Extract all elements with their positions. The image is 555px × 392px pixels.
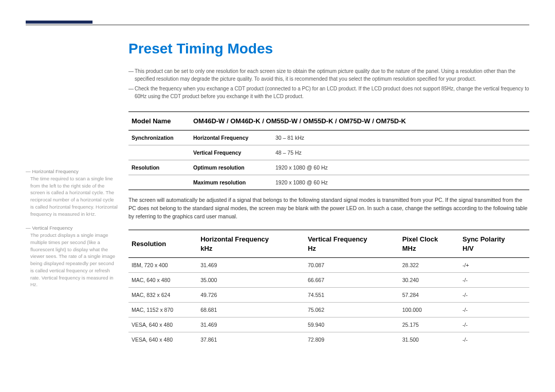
res-label: Resolution xyxy=(128,160,190,175)
table-cell: -/- xyxy=(459,318,529,332)
table-cell: 59.940 xyxy=(305,318,399,332)
table-cell: 30.240 xyxy=(399,273,459,288)
table-cell: 31.500 xyxy=(399,332,459,347)
th-resolution: Resolution xyxy=(128,230,197,258)
spec-header-row: Model Name OM46D-W / OM46D-K / OM55D-W /… xyxy=(128,112,529,130)
th-pclk: Pixel ClockMHz xyxy=(399,230,459,258)
table-cell: 72.809 xyxy=(305,332,399,347)
main-content: Preset Timing Modes ― This product can b… xyxy=(128,41,529,347)
dash-icon: ― xyxy=(128,67,135,83)
sidebar-hf-title: Horizontal Frequency xyxy=(32,169,79,174)
sidebar-vf-title: Vertical Frequency xyxy=(32,225,73,231)
optres-label: Optimum resolution xyxy=(190,160,272,175)
table-cell: -/- xyxy=(459,273,529,288)
sidebar-vf-note: ―Vertical Frequency The product displays… xyxy=(26,225,118,288)
table-row: MAC, 1152 x 87068.68175.062100.000-/- xyxy=(128,303,529,318)
maxres-value: 1920 x 1080 @ 60 Hz xyxy=(272,175,529,190)
hfreq-value: 30 – 81 kHz xyxy=(272,130,529,145)
table-cell: MAC, 832 x 624 xyxy=(128,288,197,303)
sidebar-hf-note: ―Horizontal Frequency The time required … xyxy=(26,168,118,217)
dash-icon: ― xyxy=(26,225,31,231)
vfreq-value: 48 – 75 Hz xyxy=(272,145,529,160)
sync-label: Synchronization xyxy=(128,130,190,145)
table-row: MAC, 640 x 48035.00066.66730.240-/- xyxy=(128,273,529,288)
table-cell: 35.000 xyxy=(197,273,305,288)
header-rule xyxy=(26,25,529,25)
hfreq-label: Horizontal Frequency xyxy=(190,130,272,145)
model-name-value: OM46D-W / OM46D-K / OM55D-W / OM55D-K / … xyxy=(190,112,529,130)
sidebar-notes: ―Horizontal Frequency The time required … xyxy=(26,41,118,347)
mid-description: The screen will automatically be adjuste… xyxy=(128,196,529,220)
note-item: ― Check the frequency when you exchange … xyxy=(128,85,529,100)
th-vfreq: Vertical FrequencyHz xyxy=(305,230,399,258)
table-row: IBM, 720 x 40031.46970.08728.322-/+ xyxy=(128,258,529,273)
vfreq-label: Vertical Frequency xyxy=(190,145,272,160)
dash-icon: ― xyxy=(128,85,135,100)
table-cell: 28.322 xyxy=(399,258,459,273)
table-cell: 49.726 xyxy=(197,288,305,303)
header-accent-bar xyxy=(26,21,92,24)
note-text: This product can be set to only one reso… xyxy=(135,67,529,83)
sidebar-vf-body: The product displays a single image mult… xyxy=(26,232,118,288)
table-cell: 37.861 xyxy=(197,332,305,347)
optres-value: 1920 x 1080 @ 60 Hz xyxy=(272,160,529,175)
table-cell: IBM, 720 x 400 xyxy=(128,258,197,273)
spec-row: Vertical Frequency 48 – 75 Hz xyxy=(128,145,529,160)
table-cell: 31.469 xyxy=(197,258,305,273)
table-cell: 74.551 xyxy=(305,288,399,303)
page-content: ―Horizontal Frequency The time required … xyxy=(26,41,529,347)
table-cell: VESA, 640 x 480 xyxy=(128,332,197,347)
spec-table: Model Name OM46D-W / OM46D-K / OM55D-W /… xyxy=(128,111,529,190)
table-row: MAC, 832 x 62449.72674.55157.284-/- xyxy=(128,288,529,303)
spec-row: Resolution Optimum resolution 1920 x 108… xyxy=(128,160,529,175)
table-cell: 57.284 xyxy=(399,288,459,303)
table-cell: MAC, 640 x 480 xyxy=(128,273,197,288)
table-cell: 70.087 xyxy=(305,258,399,273)
blank-cell xyxy=(128,175,190,190)
note-list: ― This product can be set to only one re… xyxy=(128,67,529,100)
table-cell: 25.175 xyxy=(399,318,459,332)
table-cell: -/- xyxy=(459,288,529,303)
spec-row: Synchronization Horizontal Frequency 30 … xyxy=(128,130,529,145)
table-cell: 31.469 xyxy=(197,318,305,332)
table-row: VESA, 640 x 48037.86172.80931.500-/- xyxy=(128,332,529,347)
table-row: VESA, 640 x 48031.46959.94025.175-/- xyxy=(128,318,529,332)
timing-table: Resolution Horizontal FrequencykHz Verti… xyxy=(128,230,529,347)
maxres-label: Maximum resolution xyxy=(190,175,272,190)
model-name-label: Model Name xyxy=(128,112,190,130)
table-cell: VESA, 640 x 480 xyxy=(128,318,197,332)
table-cell: -/- xyxy=(459,303,529,318)
table-cell: 75.062 xyxy=(305,303,399,318)
note-item: ― This product can be set to only one re… xyxy=(128,67,529,83)
table-cell: -/+ xyxy=(459,258,529,273)
table-cell: 66.667 xyxy=(305,273,399,288)
table-cell: 68.681 xyxy=(197,303,305,318)
th-hfreq: Horizontal FrequencykHz xyxy=(197,230,305,258)
sidebar-hf-body: The time required to scan a single line … xyxy=(26,175,118,218)
dash-icon: ― xyxy=(26,169,31,174)
table-cell: 100.000 xyxy=(399,303,459,318)
table-cell: MAC, 1152 x 870 xyxy=(128,303,197,318)
spec-row: Maximum resolution 1920 x 1080 @ 60 Hz xyxy=(128,175,529,190)
timing-header-row: Resolution Horizontal FrequencykHz Verti… xyxy=(128,230,529,258)
blank-cell xyxy=(128,145,190,160)
note-text: Check the frequency when you exchange a … xyxy=(135,85,529,100)
th-sync: Sync PolarityH/V xyxy=(459,230,529,258)
table-cell: -/- xyxy=(459,332,529,347)
page-title: Preset Timing Modes xyxy=(128,41,529,57)
